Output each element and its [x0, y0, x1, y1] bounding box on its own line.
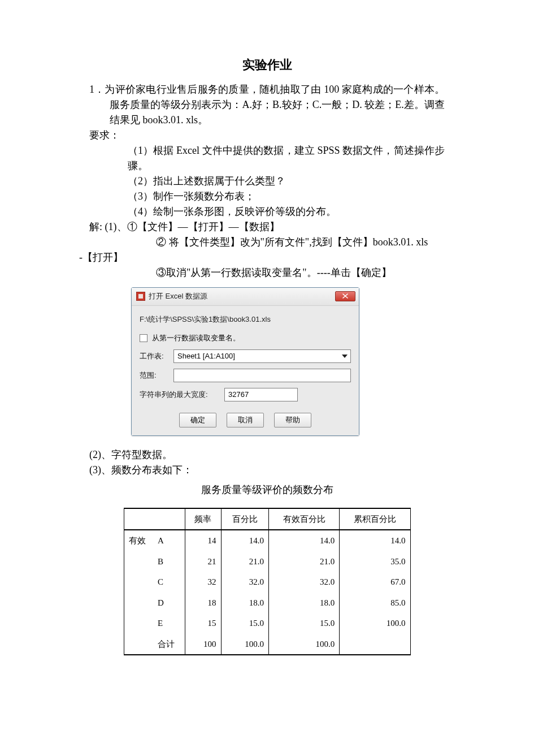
th-cumulative-percent: 累积百分比	[340, 508, 410, 530]
dialog-title: 打开 Excel 数据源	[149, 291, 335, 302]
cell-vpct: 100.0	[268, 634, 339, 655]
cell-cpct: 85.0	[340, 593, 410, 614]
requirements-label: 要求：	[89, 128, 445, 143]
close-button[interactable]	[335, 291, 355, 301]
solution-1-open: -【打开】	[79, 250, 445, 265]
maxwidth-label: 字符串列的最大宽度:	[140, 389, 224, 400]
maxwidth-row: 字符串列的最大宽度: 32767	[140, 388, 351, 401]
spss-dialog-screenshot: 打开 Excel 数据源 F:\统计学\SPSS\实验1数据\book3.01.…	[131, 287, 445, 436]
chevron-down-icon	[339, 350, 350, 362]
dialog-titlebar: 打开 Excel 数据源	[132, 288, 359, 306]
help-button[interactable]: 帮助	[274, 413, 311, 427]
cell-vpct: 15.0	[268, 613, 339, 634]
cell-pct: 18.0	[221, 593, 268, 614]
cell-cpct: 14.0	[340, 530, 410, 551]
th-empty-2	[153, 508, 185, 530]
cell-vpct: 21.0	[268, 551, 339, 572]
group-label: 有效	[124, 530, 153, 551]
cell-vpct: 32.0	[268, 572, 339, 593]
range-input[interactable]	[173, 369, 351, 382]
maxwidth-input[interactable]: 32767	[224, 388, 298, 401]
worksheet-label: 工作表:	[140, 351, 173, 362]
read-varnames-checkbox[interactable]	[140, 334, 147, 342]
table-row: D 18 18.0 18.0 85.0	[124, 593, 410, 614]
row-label: A	[153, 530, 185, 551]
cell-cpct: 67.0	[340, 572, 410, 593]
row-label: E	[153, 613, 185, 634]
worksheet-value: Sheet1 [A1:A100]	[177, 351, 235, 362]
th-empty-1	[124, 508, 153, 530]
solution-1-step1: (1)、①【文件】—【打开】—【数据】	[105, 221, 280, 232]
cell-vpct: 18.0	[268, 593, 339, 614]
range-row: 范围:	[140, 369, 351, 382]
cell-cpct: 35.0	[340, 551, 410, 572]
read-varnames-row: 从第一行数据读取变量名。	[140, 332, 351, 344]
frequency-table-title: 服务质量等级评价的频数分布	[89, 482, 445, 498]
cancel-button[interactable]: 取消	[227, 413, 264, 427]
ok-button[interactable]: 确定	[179, 413, 216, 427]
file-path-text: F:\统计学\SPSS\实验1数据\book3.01.xls	[140, 314, 351, 325]
requirement-2: （2）指出上述数据属于什么类型？	[89, 174, 445, 189]
question-1-text: 1．为评价家电行业售后服务的质量，随机抽取了由 100 家庭构成的一个样本。服务…	[89, 82, 445, 128]
requirement-4: （4）绘制一张条形图，反映评价等级的分布。	[89, 204, 445, 219]
th-frequency: 频率	[185, 508, 221, 530]
solution-2: (2)、字符型数据。	[89, 447, 445, 463]
solution-line-1: 解: (1)、①【文件】—【打开】—【数据】	[89, 219, 445, 235]
cell-vpct: 14.0	[268, 530, 339, 551]
cell-pct: 15.0	[221, 613, 268, 634]
cell-freq: 21	[185, 551, 221, 572]
cell-cpct: 100.0	[340, 613, 410, 634]
worksheet-select[interactable]: Sheet1 [A1:A100]	[173, 349, 351, 363]
th-valid-percent: 有效百分比	[268, 508, 339, 530]
range-label: 范围:	[140, 370, 173, 381]
cell-pct: 14.0	[221, 530, 268, 551]
group-empty	[124, 613, 153, 634]
cell-pct: 21.0	[221, 551, 268, 572]
table-row-total: 合计 100 100.0 100.0	[124, 634, 410, 655]
solution-1-step3: ③取消"从第一行数据读取变量名"。----单击【确定】	[89, 265, 445, 280]
cell-pct: 32.0	[221, 572, 268, 593]
open-excel-dialog: 打开 Excel 数据源 F:\统计学\SPSS\实验1数据\book3.01.…	[131, 287, 359, 436]
group-empty	[124, 572, 153, 593]
solution-3: (3)、频数分布表如下：	[89, 463, 445, 478]
cell-freq: 18	[185, 593, 221, 614]
cell-freq: 15	[185, 613, 221, 634]
solution-label: 解:	[89, 221, 102, 232]
group-empty	[124, 551, 153, 572]
frequency-table: 频率 百分比 有效百分比 累积百分比 有效 A 14 14.0 14.0 14.…	[124, 508, 411, 656]
requirement-3: （3）制作一张频数分布表；	[89, 189, 445, 204]
row-label: C	[153, 572, 185, 593]
table-row: B 21 21.0 21.0 35.0	[124, 551, 410, 572]
row-label: B	[153, 551, 185, 572]
table-header-row: 频率 百分比 有效百分比 累积百分比	[124, 508, 410, 530]
row-label: 合计	[153, 634, 185, 655]
table-row: 有效 A 14 14.0 14.0 14.0	[124, 530, 410, 551]
cell-pct: 100.0	[221, 634, 268, 655]
group-empty	[124, 634, 153, 655]
requirement-1: （1）根据 Excel 文件中提供的数据，建立 SPSS 数据文件，简述操作步骤…	[89, 143, 445, 174]
group-empty	[124, 593, 153, 614]
read-varnames-label: 从第一行数据读取变量名。	[152, 332, 240, 344]
spss-app-icon	[136, 292, 145, 301]
table-row: E 15 15.0 15.0 100.0	[124, 613, 410, 634]
cell-cpct	[340, 634, 410, 655]
worksheet-row: 工作表: Sheet1 [A1:A100]	[140, 349, 351, 363]
th-percent: 百分比	[221, 508, 268, 530]
cell-freq: 100	[185, 634, 221, 655]
cell-freq: 32	[185, 572, 221, 593]
solution-1-step2: ② 将【文件类型】改为"所有文件",找到【文件】book3.01. xls	[89, 235, 445, 250]
maxwidth-value: 32767	[228, 389, 249, 400]
close-icon	[342, 293, 348, 299]
page-title: 实验作业	[89, 55, 445, 74]
table-row: C 32 32.0 32.0 67.0	[124, 572, 410, 593]
row-label: D	[153, 593, 185, 614]
cell-freq: 14	[185, 530, 221, 551]
